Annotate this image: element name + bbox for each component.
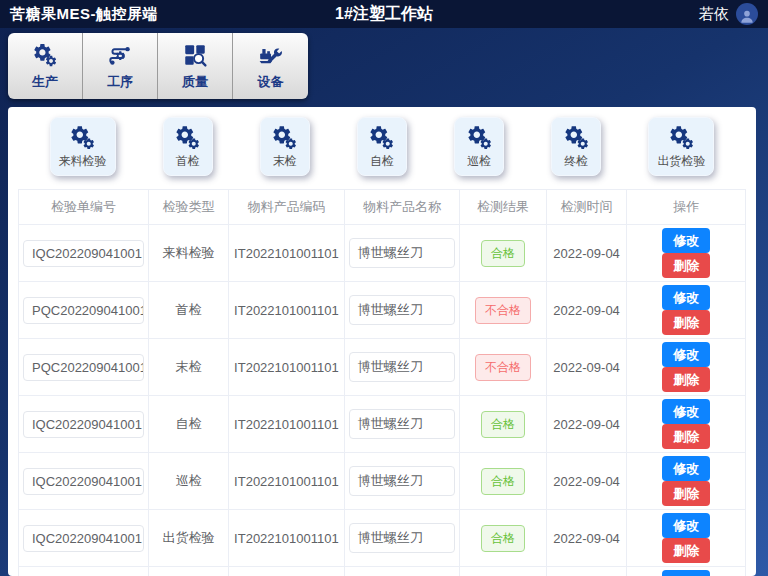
col-header-date: 检测时间 — [546, 190, 627, 225]
edit-button[interactable]: 修改 — [662, 228, 710, 253]
table-row: PQC202209041001 末检 IT2022101001101 博世螺丝刀… — [19, 339, 746, 396]
delete-button[interactable]: 删除 — [662, 310, 710, 335]
material-code: IT2022101001101 — [229, 567, 345, 576]
edit-button[interactable]: 修改 — [662, 342, 710, 367]
material-code: IT2022101001101 — [229, 396, 345, 453]
app-title: 苦糖果MES-触控屏端 — [10, 5, 158, 24]
username: 若依 — [699, 5, 729, 24]
tab-label: 工序 — [107, 73, 133, 91]
subnav-label: 自检 — [370, 153, 394, 170]
table-row: IQC202209041001 巡检 IT2022101001101 博世螺丝刀… — [19, 453, 746, 510]
edit-button[interactable]: 修改 — [662, 513, 710, 538]
edit-button[interactable]: 修改 — [662, 285, 710, 310]
double-gear-icon — [368, 124, 395, 151]
main-tabbar: 生产 工序 质量 — [8, 33, 308, 99]
material-code: IT2022101001101 — [229, 453, 345, 510]
subnav-label: 出货检验 — [657, 153, 705, 170]
subnav-button[interactable]: 末检 — [260, 117, 310, 176]
table-row: IQC202209041001 来料检验 IT2022101001101 博世螺… — [19, 225, 746, 282]
col-header-material-name: 物料产品名称 — [344, 190, 460, 225]
inspection-type: 首检 — [149, 282, 229, 339]
subnav-label: 巡检 — [467, 153, 491, 170]
table-header-row: 检验单编号 检验类型 物料产品编码 物料产品名称 检测结果 检测时间 操作 — [19, 190, 746, 225]
col-header-type: 检验类型 — [149, 190, 229, 225]
delete-button[interactable]: 删除 — [662, 367, 710, 392]
col-header-result: 检测结果 — [460, 190, 547, 225]
edit-button[interactable]: 修改 — [662, 399, 710, 424]
subnav-label: 首检 — [176, 153, 200, 170]
inspection-date: 2022-09-04 — [546, 510, 627, 567]
inspection-date: 2022-09-04 — [546, 567, 627, 576]
result-badge: 合格 — [481, 525, 525, 552]
material-name: 博世螺丝刀 — [349, 238, 456, 268]
subnav-button[interactable]: 自检 — [357, 117, 407, 176]
inspection-type: 自检 — [149, 396, 229, 453]
edit-button[interactable]: 修改 — [662, 570, 710, 576]
process-route-icon — [107, 42, 133, 68]
material-code: IT2022101001101 — [229, 225, 345, 282]
topbar: 苦糖果MES-触控屏端 1#注塑工作站 若依 — [0, 0, 768, 28]
col-header-order-no: 检验单编号 — [19, 190, 149, 225]
inspection-type: 出货检验 — [149, 567, 229, 576]
double-gear-icon — [668, 124, 695, 151]
main-tab[interactable]: 工序 — [83, 33, 158, 99]
inspection-date: 2022-09-04 — [546, 282, 627, 339]
material-code: IT2022101001101 — [229, 282, 345, 339]
inspection-table-wrap: 检验单编号 检验类型 物料产品编码 物料产品名称 检测结果 检测时间 操作 IQ… — [18, 189, 746, 576]
double-gear-icon — [69, 124, 96, 151]
inspection-date: 2022-09-04 — [546, 339, 627, 396]
result-badge: 合格 — [481, 240, 525, 267]
table-row: IQC202209041001 出货检验 IT2022101001101 博世螺… — [19, 510, 746, 567]
delete-button[interactable]: 删除 — [662, 253, 710, 278]
material-name: 博世螺丝刀 — [349, 295, 456, 325]
subnav-button[interactable]: 终检 — [551, 117, 601, 176]
subnav-button[interactable]: 巡检 — [454, 117, 504, 176]
user-avatar-icon[interactable] — [736, 3, 758, 25]
table-row: IQC202209041001 自检 IT2022101001101 博世螺丝刀… — [19, 396, 746, 453]
double-gear-icon — [32, 42, 58, 68]
material-code: IT2022101001101 — [229, 510, 345, 567]
inspection-type: 出货检验 — [149, 510, 229, 567]
inspection-date: 2022-09-04 — [546, 396, 627, 453]
inspection-order-no: PQC202209041001 — [23, 297, 144, 324]
material-name: 博世螺丝刀 — [349, 523, 456, 553]
subnav-button[interactable]: 来料检验 — [50, 117, 116, 176]
subnav-button[interactable]: 出货检验 — [648, 117, 714, 176]
inspection-type: 来料检验 — [149, 225, 229, 282]
subnav-button[interactable]: 首检 — [163, 117, 213, 176]
table-row: IQC202209041001 出货检验 IT2022101001101 博世螺… — [19, 567, 746, 576]
double-gear-icon — [271, 124, 298, 151]
main-tab[interactable]: 生产 — [8, 33, 83, 99]
content-panel: 来料检验 首检 末检 — [8, 107, 756, 576]
subnav-label: 末检 — [273, 153, 297, 170]
material-code: IT2022101001101 — [229, 339, 345, 396]
inspection-date: 2022-09-04 — [546, 453, 627, 510]
main-tab[interactable]: 质量 — [158, 33, 233, 99]
inspection-subnav: 来料检验 首检 末检 — [8, 107, 756, 184]
inspection-date: 2022-09-04 — [546, 225, 627, 282]
main-tab[interactable]: 设备 — [233, 33, 308, 99]
workstation-title: 1#注塑工作站 — [335, 4, 433, 25]
double-gear-icon — [466, 124, 493, 151]
result-badge: 不合格 — [475, 297, 531, 324]
inspection-order-no: IQC202209041001 — [23, 525, 144, 552]
inspection-order-no: PQC202209041001 — [23, 354, 144, 381]
quality-search-icon — [182, 42, 208, 68]
material-name: 博世螺丝刀 — [349, 466, 456, 496]
delete-button[interactable]: 删除 — [662, 481, 710, 506]
tab-label: 质量 — [182, 73, 208, 91]
edit-button[interactable]: 修改 — [662, 456, 710, 481]
double-gear-icon — [563, 124, 590, 151]
inspection-order-no: IQC202209041001 — [23, 240, 144, 267]
delete-button[interactable]: 删除 — [662, 538, 710, 563]
inspection-type: 巡检 — [149, 453, 229, 510]
double-gear-icon — [174, 124, 201, 151]
tab-label: 生产 — [32, 73, 58, 91]
inspection-table: 检验单编号 检验类型 物料产品编码 物料产品名称 检测结果 检测时间 操作 IQ… — [18, 189, 746, 576]
delete-button[interactable]: 删除 — [662, 424, 710, 449]
result-badge: 不合格 — [475, 354, 531, 381]
equipment-wrench-icon — [258, 42, 284, 68]
inspection-type: 末检 — [149, 339, 229, 396]
material-name: 博世螺丝刀 — [349, 409, 456, 439]
inspection-order-no: IQC202209041001 — [23, 468, 144, 495]
